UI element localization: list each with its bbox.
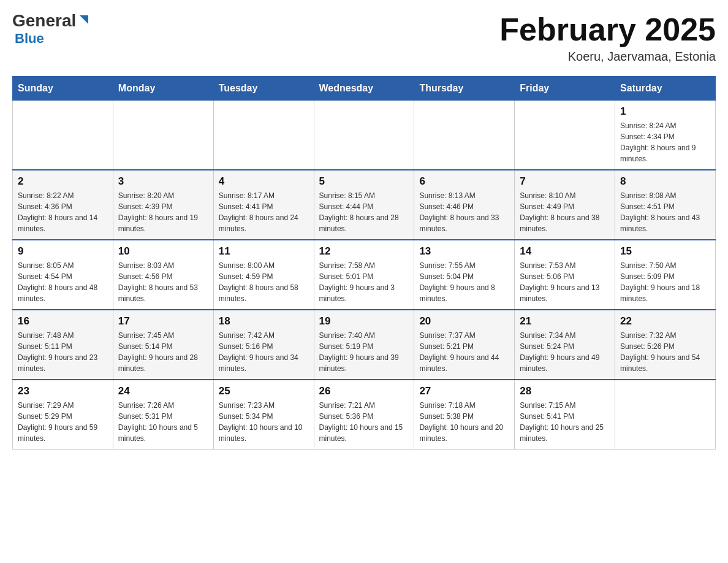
day-number: 5 bbox=[319, 175, 409, 188]
calendar-cell bbox=[515, 101, 615, 170]
day-info: Sunrise: 8:17 AMSunset: 4:41 PMDaylight:… bbox=[219, 190, 309, 234]
calendar-header-row: Sunday Monday Tuesday Wednesday Thursday… bbox=[13, 77, 716, 101]
calendar-cell: 26Sunrise: 7:21 AMSunset: 5:36 PMDayligh… bbox=[314, 380, 414, 450]
calendar-cell: 12Sunrise: 7:58 AMSunset: 5:01 PMDayligh… bbox=[314, 240, 414, 310]
month-title: February 2025 bbox=[499, 12, 716, 47]
calendar-cell: 18Sunrise: 7:42 AMSunset: 5:16 PMDayligh… bbox=[213, 310, 314, 380]
day-info: Sunrise: 7:53 AMSunset: 5:06 PMDaylight:… bbox=[520, 260, 610, 304]
calendar-cell: 2Sunrise: 8:22 AMSunset: 4:36 PMDaylight… bbox=[13, 170, 113, 240]
day-number: 27 bbox=[419, 385, 509, 397]
calendar-cell bbox=[13, 101, 113, 170]
day-info: Sunrise: 8:22 AMSunset: 4:36 PMDaylight:… bbox=[18, 190, 108, 234]
calendar-cell: 16Sunrise: 7:48 AMSunset: 5:11 PMDayligh… bbox=[13, 310, 113, 380]
day-number: 2 bbox=[18, 175, 108, 188]
calendar-cell: 24Sunrise: 7:26 AMSunset: 5:31 PMDayligh… bbox=[113, 380, 213, 450]
day-info: Sunrise: 7:42 AMSunset: 5:16 PMDaylight:… bbox=[219, 330, 309, 374]
logo-blue-text: Blue bbox=[15, 31, 44, 47]
day-info: Sunrise: 7:58 AMSunset: 5:01 PMDaylight:… bbox=[319, 260, 409, 304]
day-number: 16 bbox=[18, 315, 108, 327]
calendar-cell bbox=[213, 101, 314, 170]
header-wednesday: Wednesday bbox=[314, 77, 414, 101]
calendar-cell bbox=[615, 380, 716, 450]
logo-triangle-icon bbox=[77, 13, 91, 26]
day-info: Sunrise: 7:40 AMSunset: 5:19 PMDaylight:… bbox=[319, 330, 409, 374]
calendar-cell bbox=[414, 101, 515, 170]
day-number: 12 bbox=[319, 245, 409, 258]
day-info: Sunrise: 8:15 AMSunset: 4:44 PMDaylight:… bbox=[319, 190, 409, 234]
day-number: 23 bbox=[18, 385, 108, 397]
day-number: 14 bbox=[520, 245, 610, 258]
header-tuesday: Tuesday bbox=[213, 77, 314, 101]
header-sunday: Sunday bbox=[13, 77, 113, 101]
calendar-cell: 22Sunrise: 7:32 AMSunset: 5:26 PMDayligh… bbox=[615, 310, 716, 380]
calendar-cell: 4Sunrise: 8:17 AMSunset: 4:41 PMDaylight… bbox=[213, 170, 314, 240]
day-number: 25 bbox=[219, 385, 309, 397]
calendar-week-row: 16Sunrise: 7:48 AMSunset: 5:11 PMDayligh… bbox=[13, 310, 716, 380]
calendar-cell bbox=[314, 101, 414, 170]
logo: General Blue bbox=[12, 12, 91, 47]
day-info: Sunrise: 8:05 AMSunset: 4:54 PMDaylight:… bbox=[18, 260, 108, 304]
header-thursday: Thursday bbox=[414, 77, 515, 101]
calendar-cell: 23Sunrise: 7:29 AMSunset: 5:29 PMDayligh… bbox=[13, 380, 113, 450]
day-info: Sunrise: 8:00 AMSunset: 4:59 PMDaylight:… bbox=[219, 260, 309, 304]
day-number: 8 bbox=[620, 175, 710, 188]
day-number: 18 bbox=[219, 315, 309, 327]
day-info: Sunrise: 7:18 AMSunset: 5:38 PMDaylight:… bbox=[419, 400, 509, 444]
day-info: Sunrise: 8:10 AMSunset: 4:49 PMDaylight:… bbox=[520, 190, 610, 234]
calendar-cell: 15Sunrise: 7:50 AMSunset: 5:09 PMDayligh… bbox=[615, 240, 716, 310]
calendar-cell: 3Sunrise: 8:20 AMSunset: 4:39 PMDaylight… bbox=[113, 170, 213, 240]
day-info: Sunrise: 7:50 AMSunset: 5:09 PMDaylight:… bbox=[620, 260, 710, 304]
day-number: 6 bbox=[419, 175, 509, 188]
calendar-cell: 1Sunrise: 8:24 AMSunset: 4:34 PMDaylight… bbox=[615, 101, 716, 170]
day-number: 9 bbox=[18, 245, 108, 258]
day-info: Sunrise: 7:32 AMSunset: 5:26 PMDaylight:… bbox=[620, 330, 710, 374]
calendar-cell: 6Sunrise: 8:13 AMSunset: 4:46 PMDaylight… bbox=[414, 170, 515, 240]
calendar-cell: 17Sunrise: 7:45 AMSunset: 5:14 PMDayligh… bbox=[113, 310, 213, 380]
calendar-week-row: 9Sunrise: 8:05 AMSunset: 4:54 PMDaylight… bbox=[13, 240, 716, 310]
day-number: 17 bbox=[118, 315, 208, 327]
calendar-cell: 14Sunrise: 7:53 AMSunset: 5:06 PMDayligh… bbox=[515, 240, 615, 310]
header-friday: Friday bbox=[515, 77, 615, 101]
day-info: Sunrise: 7:26 AMSunset: 5:31 PMDaylight:… bbox=[118, 400, 208, 444]
calendar-cell: 13Sunrise: 7:55 AMSunset: 5:04 PMDayligh… bbox=[414, 240, 515, 310]
calendar-cell: 27Sunrise: 7:18 AMSunset: 5:38 PMDayligh… bbox=[414, 380, 515, 450]
day-number: 1 bbox=[620, 105, 710, 118]
calendar-cell bbox=[113, 101, 213, 170]
day-info: Sunrise: 7:55 AMSunset: 5:04 PMDaylight:… bbox=[419, 260, 509, 304]
day-info: Sunrise: 7:15 AMSunset: 5:41 PMDaylight:… bbox=[520, 400, 610, 444]
calendar-cell: 28Sunrise: 7:15 AMSunset: 5:41 PMDayligh… bbox=[515, 380, 615, 450]
day-info: Sunrise: 8:24 AMSunset: 4:34 PMDaylight:… bbox=[620, 120, 710, 164]
day-info: Sunrise: 7:37 AMSunset: 5:21 PMDaylight:… bbox=[419, 330, 509, 374]
day-info: Sunrise: 8:03 AMSunset: 4:56 PMDaylight:… bbox=[118, 260, 208, 304]
day-number: 7 bbox=[520, 175, 610, 188]
header-saturday: Saturday bbox=[615, 77, 716, 101]
calendar-cell: 19Sunrise: 7:40 AMSunset: 5:19 PMDayligh… bbox=[314, 310, 414, 380]
calendar-cell: 10Sunrise: 8:03 AMSunset: 4:56 PMDayligh… bbox=[113, 240, 213, 310]
calendar-cell: 20Sunrise: 7:37 AMSunset: 5:21 PMDayligh… bbox=[414, 310, 515, 380]
day-number: 24 bbox=[118, 385, 208, 397]
svg-marker-0 bbox=[80, 15, 88, 24]
calendar-cell: 21Sunrise: 7:34 AMSunset: 5:24 PMDayligh… bbox=[515, 310, 615, 380]
header-monday: Monday bbox=[113, 77, 213, 101]
day-number: 22 bbox=[620, 315, 710, 327]
calendar-cell: 7Sunrise: 8:10 AMSunset: 4:49 PMDaylight… bbox=[515, 170, 615, 240]
day-number: 20 bbox=[419, 315, 509, 327]
calendar-table: Sunday Monday Tuesday Wednesday Thursday… bbox=[12, 76, 716, 450]
day-number: 11 bbox=[219, 245, 309, 258]
day-number: 15 bbox=[620, 245, 710, 258]
calendar-cell: 5Sunrise: 8:15 AMSunset: 4:44 PMDaylight… bbox=[314, 170, 414, 240]
day-number: 3 bbox=[118, 175, 208, 188]
day-info: Sunrise: 7:45 AMSunset: 5:14 PMDaylight:… bbox=[118, 330, 208, 374]
day-info: Sunrise: 7:34 AMSunset: 5:24 PMDaylight:… bbox=[520, 330, 610, 374]
day-number: 28 bbox=[520, 385, 610, 397]
day-number: 4 bbox=[219, 175, 309, 188]
day-number: 10 bbox=[118, 245, 208, 258]
calendar-week-row: 23Sunrise: 7:29 AMSunset: 5:29 PMDayligh… bbox=[13, 380, 716, 450]
logo-general-text: General bbox=[12, 12, 76, 29]
day-info: Sunrise: 7:48 AMSunset: 5:11 PMDaylight:… bbox=[18, 330, 108, 374]
page-header: General Blue February 2025 Koeru, Jaerva… bbox=[12, 12, 716, 64]
calendar-cell: 25Sunrise: 7:23 AMSunset: 5:34 PMDayligh… bbox=[213, 380, 314, 450]
day-info: Sunrise: 8:20 AMSunset: 4:39 PMDaylight:… bbox=[118, 190, 208, 234]
day-number: 13 bbox=[419, 245, 509, 258]
day-info: Sunrise: 8:08 AMSunset: 4:51 PMDaylight:… bbox=[620, 190, 710, 234]
